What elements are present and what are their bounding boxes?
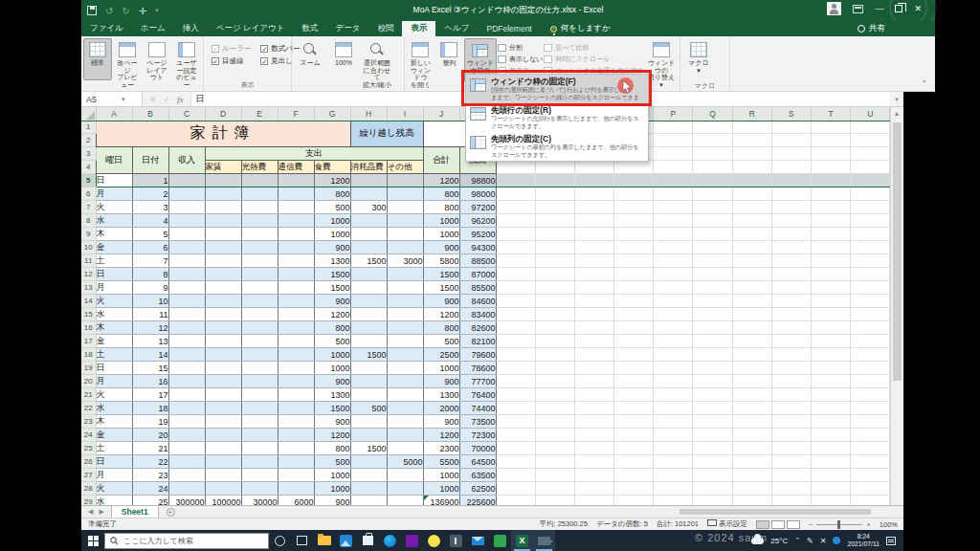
cell-I8[interactable] <box>387 214 423 228</box>
row-header-15[interactable]: 15 <box>81 308 96 321</box>
cell-A27[interactable]: 月 <box>96 469 132 482</box>
arrange-all-button[interactable]: 整列 <box>435 38 463 80</box>
subheader-0[interactable]: 家賃 <box>205 161 241 174</box>
cell[interactable] <box>496 442 535 455</box>
column-header-T[interactable]: T <box>812 107 851 121</box>
tab-r9[interactable]: PDFelement <box>478 21 540 36</box>
cell[interactable] <box>574 241 613 254</box>
carryover-label-cell[interactable]: 繰り越し残高 <box>350 121 423 147</box>
file-explorer-icon[interactable] <box>313 530 335 551</box>
cell-J12[interactable]: 1500 <box>423 268 459 281</box>
column-header-C[interactable]: C <box>168 107 205 121</box>
tab-r7[interactable]: 表示 <box>402 21 435 36</box>
cell[interactable] <box>574 496 613 505</box>
header-total[interactable]: 合計 <box>423 147 459 174</box>
cell-A20[interactable]: 月 <box>96 375 132 388</box>
cell-E9[interactable] <box>241 228 278 241</box>
cell-C8[interactable] <box>168 214 205 228</box>
cell[interactable] <box>614 496 654 505</box>
macro-button[interactable]: マクロ ▾ <box>682 38 715 80</box>
cell[interactable] <box>812 482 851 496</box>
cell[interactable] <box>535 254 574 268</box>
cell-C19[interactable] <box>168 362 205 375</box>
cell-A22[interactable]: 水 <box>96 402 132 415</box>
row-header-18[interactable]: 18 <box>81 348 96 362</box>
cell-K10[interactable]: 94300 <box>459 241 496 254</box>
cell-D13[interactable] <box>205 281 241 295</box>
cell[interactable] <box>574 254 613 268</box>
cell[interactable] <box>771 241 811 254</box>
cell-F5[interactable] <box>278 174 314 187</box>
cell[interactable] <box>693 348 732 362</box>
cell-G12[interactable]: 1500 <box>314 268 350 281</box>
cell[interactable] <box>496 308 535 321</box>
row-header-25[interactable]: 25 <box>81 442 96 455</box>
row-header-28[interactable]: 28 <box>81 482 96 496</box>
next-sheet-icon[interactable]: ▶ <box>99 508 103 516</box>
cell-K25[interactable]: 70000 <box>459 442 496 455</box>
cell[interactable] <box>693 362 732 375</box>
cell[interactable] <box>574 388 613 402</box>
tab-r3[interactable]: ページ レイアウト <box>208 21 294 36</box>
cell-E28[interactable] <box>241 482 278 496</box>
cell[interactable] <box>614 321 654 335</box>
cell[interactable] <box>812 121 851 134</box>
cell[interactable] <box>851 402 890 415</box>
cell[interactable] <box>812 388 851 402</box>
cell-E20[interactable] <box>241 375 278 388</box>
cell[interactable] <box>693 268 732 281</box>
cell-C10[interactable] <box>168 241 205 254</box>
cell[interactable] <box>732 455 771 469</box>
cell-D24[interactable] <box>205 429 241 442</box>
cell[interactable] <box>654 268 693 281</box>
cell-G28[interactable]: 1000 <box>314 482 350 496</box>
cell[interactable] <box>693 429 732 442</box>
cell[interactable] <box>654 402 693 415</box>
split-button[interactable]: 分割 <box>498 42 544 53</box>
cell[interactable] <box>851 375 890 388</box>
cell[interactable] <box>496 482 535 496</box>
cell-F26[interactable] <box>278 455 314 469</box>
cell[interactable] <box>535 174 574 187</box>
cell-K28[interactable]: 62500 <box>459 482 496 496</box>
share-button[interactable]: 共有 <box>858 21 885 36</box>
cell[interactable] <box>614 241 654 254</box>
row-header-7[interactable]: 7 <box>81 201 96 214</box>
cell-I19[interactable] <box>387 362 423 375</box>
cell-E15[interactable] <box>241 308 278 321</box>
column-header-J[interactable]: J <box>423 107 459 121</box>
sheet-title-cell[interactable]: 家計簿 <box>96 121 350 147</box>
cell[interactable] <box>654 321 693 335</box>
cell[interactable] <box>614 308 654 321</box>
cell[interactable] <box>732 362 771 375</box>
cell[interactable] <box>535 268 574 281</box>
cell-I20[interactable] <box>387 375 423 388</box>
cell[interactable] <box>812 402 851 415</box>
row-header-3[interactable]: 3 <box>81 147 96 161</box>
cell-D27[interactable] <box>205 469 241 482</box>
cell-G10[interactable]: 900 <box>314 241 350 254</box>
cell[interactable] <box>654 295 693 308</box>
cell-B29[interactable]: 25 <box>132 496 168 505</box>
cell-H23[interactable] <box>350 415 387 429</box>
cell[interactable] <box>654 214 693 228</box>
cell-C23[interactable] <box>168 415 205 429</box>
cell[interactable] <box>771 254 811 268</box>
tab-r6[interactable]: 校閲 <box>368 21 402 36</box>
cell-F11[interactable] <box>278 254 314 268</box>
cell-C20[interactable] <box>168 375 205 388</box>
cell[interactable] <box>812 174 851 187</box>
cell-B23[interactable]: 19 <box>132 415 168 429</box>
cell[interactable] <box>654 429 693 442</box>
cell[interactable] <box>535 281 574 295</box>
cell-K24[interactable]: 72300 <box>459 429 496 442</box>
cell-B10[interactable]: 6 <box>132 241 168 254</box>
cell-F24[interactable] <box>278 429 314 442</box>
cell[interactable] <box>812 241 851 254</box>
cell[interactable] <box>574 362 613 375</box>
cell-J6[interactable]: 800 <box>423 187 459 201</box>
cell[interactable] <box>654 147 693 161</box>
cell[interactable] <box>693 388 732 402</box>
cell[interactable] <box>771 121 811 134</box>
cell-J26[interactable]: 5500 <box>423 455 459 469</box>
